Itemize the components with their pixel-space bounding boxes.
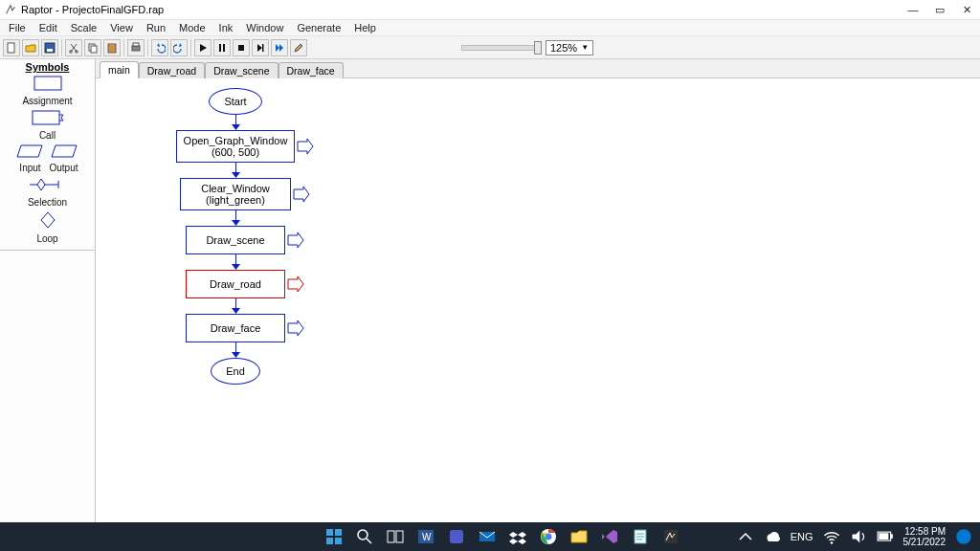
task-view-icon[interactable] <box>387 528 404 545</box>
open-button[interactable] <box>22 39 39 56</box>
node-end[interactable]: End <box>211 358 260 385</box>
menu-generate[interactable]: Generate <box>290 20 347 35</box>
tab-bar: main Draw_road Draw_scene Draw_face <box>96 59 980 78</box>
subroutine-arrow-icon <box>287 320 304 337</box>
node-draw-road[interactable]: Draw_road <box>186 270 285 298</box>
menu-run[interactable]: Run <box>140 20 172 35</box>
svg-rect-18 <box>335 529 342 536</box>
tab-draw-road[interactable]: Draw_road <box>139 62 205 78</box>
teams-icon[interactable] <box>448 528 465 545</box>
taskbar: W ENG 12:58 PM 5/21/2022 <box>0 522 980 551</box>
speed-slider[interactable] <box>461 45 538 51</box>
menu-view[interactable]: View <box>103 20 140 35</box>
wifi-icon[interactable] <box>823 528 840 545</box>
chevron-up-icon[interactable] <box>737 528 754 545</box>
menu-ink[interactable]: Ink <box>212 20 240 35</box>
step-end-button[interactable] <box>252 39 269 56</box>
dropbox-icon[interactable] <box>509 528 526 545</box>
svg-rect-7 <box>108 44 116 53</box>
language-indicator[interactable]: ENG <box>791 531 813 542</box>
svg-text:W: W <box>422 532 432 542</box>
pen-button[interactable] <box>290 39 307 56</box>
symbol-loop[interactable]: Loop <box>0 211 95 244</box>
svg-rect-8 <box>110 43 114 45</box>
menu-bar: File Edit Scale View Run Mode Ink Window… <box>0 19 980 36</box>
maximize-button[interactable]: ▭ <box>926 0 953 19</box>
svg-rect-9 <box>132 46 140 51</box>
stop-button[interactable] <box>233 39 250 56</box>
flowchart-canvas[interactable]: Start Open_Graph_Window (600, 500) Clear… <box>96 78 980 522</box>
print-button[interactable] <box>127 39 145 56</box>
svg-point-36 <box>956 529 970 543</box>
step-over-button[interactable] <box>271 39 288 56</box>
chrome-icon[interactable] <box>540 528 557 545</box>
onedrive-icon[interactable] <box>764 528 781 545</box>
symbol-assignment[interactable]: Assignment <box>0 76 95 106</box>
svg-rect-13 <box>238 45 244 51</box>
node-open-graph-window[interactable]: Open_Graph_Window (600, 500) <box>176 130 295 163</box>
symbol-call[interactable]: Call <box>0 110 95 141</box>
svg-rect-22 <box>388 531 394 542</box>
svg-rect-2 <box>47 49 53 52</box>
symbol-input[interactable]: Input <box>16 144 43 173</box>
svg-rect-6 <box>91 46 97 53</box>
new-button[interactable] <box>3 39 20 56</box>
notepad-icon[interactable] <box>632 528 649 545</box>
notifications-icon[interactable] <box>955 528 972 545</box>
menu-scale[interactable]: Scale <box>64 20 104 35</box>
tab-main[interactable]: main <box>100 61 139 78</box>
visual-studio-icon[interactable] <box>601 528 618 545</box>
symbols-heading: Symbols <box>0 61 95 73</box>
tab-draw-face[interactable]: Draw_face <box>278 62 344 78</box>
zoom-select[interactable]: 125% ▼ <box>546 40 593 55</box>
svg-point-21 <box>358 530 368 540</box>
menu-edit[interactable]: Edit <box>33 20 64 35</box>
canvas-area: main Draw_road Draw_scene Draw_face Star… <box>96 59 980 522</box>
svg-point-32 <box>830 541 833 544</box>
redo-button[interactable] <box>170 39 188 56</box>
explorer-icon[interactable] <box>570 528 588 545</box>
slider-thumb[interactable] <box>534 41 542 55</box>
tab-draw-scene[interactable]: Draw_scene <box>205 62 278 78</box>
node-draw-face[interactable]: Draw_face <box>186 314 285 342</box>
app-icon <box>4 3 17 16</box>
node-clear-window[interactable]: Clear_Window (light_green) <box>180 178 291 210</box>
chevron-down-icon: ▼ <box>581 43 589 52</box>
workspace: Symbols Assignment Call Input Output Sel… <box>0 59 980 522</box>
menu-file[interactable]: File <box>2 20 33 35</box>
clock[interactable]: 12:58 PM 5/21/2022 <box>903 526 947 547</box>
menu-mode[interactable]: Mode <box>172 20 212 35</box>
subroutine-arrow-icon <box>287 276 304 293</box>
raptor-icon[interactable] <box>662 528 679 545</box>
paste-button[interactable] <box>103 39 121 56</box>
subroutine-arrow-icon <box>297 138 314 155</box>
search-icon[interactable] <box>356 528 373 545</box>
menu-help[interactable]: Help <box>347 20 383 35</box>
svg-rect-20 <box>335 538 342 544</box>
symbol-output[interactable]: Output <box>49 144 78 173</box>
copy-button[interactable] <box>84 39 101 56</box>
node-draw-scene[interactable]: Draw_scene <box>186 226 285 254</box>
save-button[interactable] <box>41 39 58 56</box>
svg-rect-19 <box>326 538 333 544</box>
svg-rect-31 <box>664 530 678 543</box>
minimize-button[interactable]: — <box>900 0 926 19</box>
window-title: Raptor - ProjectoFinalGFD.rap <box>21 4 164 15</box>
undo-button[interactable] <box>151 39 168 56</box>
svg-rect-14 <box>262 44 264 52</box>
play-button[interactable] <box>194 39 212 56</box>
svg-rect-34 <box>890 535 892 540</box>
pause-button[interactable] <box>213 39 231 56</box>
volume-icon[interactable] <box>850 528 867 545</box>
start-icon[interactable] <box>325 528 343 545</box>
svg-point-29 <box>546 534 552 540</box>
symbol-selection[interactable]: Selection <box>0 177 95 208</box>
menu-window[interactable]: Window <box>239 20 290 35</box>
battery-icon[interactable] <box>877 528 894 545</box>
sidebar-status <box>0 250 95 263</box>
close-button[interactable]: ✕ <box>953 0 980 19</box>
node-start[interactable]: Start <box>209 88 262 115</box>
mail-icon[interactable] <box>479 528 496 545</box>
cut-button[interactable] <box>65 39 82 56</box>
word-icon[interactable]: W <box>417 528 434 545</box>
